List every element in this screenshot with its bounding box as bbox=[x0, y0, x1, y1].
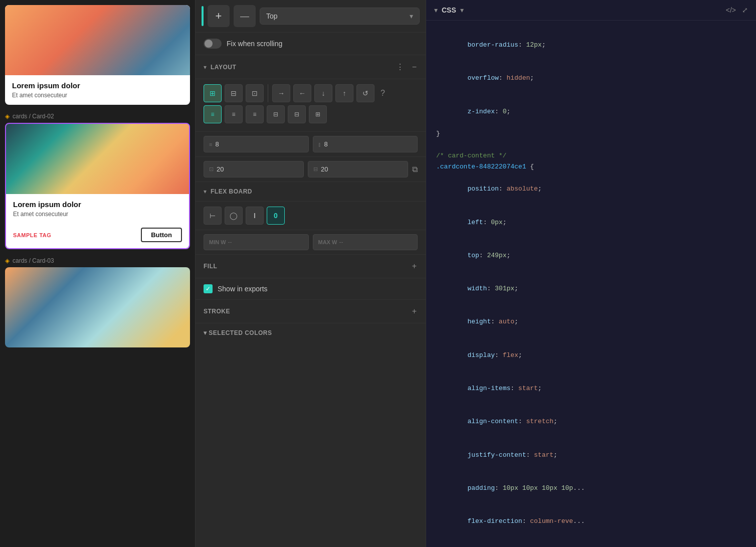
selected-colors-row: ▾ SELECTED COLORS bbox=[196, 323, 426, 342]
layout-collapse-icon[interactable]: ▾ bbox=[204, 64, 207, 71]
fill-label: FILL bbox=[204, 263, 217, 270]
card-03-image bbox=[5, 267, 190, 347]
middle-panel: + — Top ▾ Fix when scrolling ▾ LAYOUT ⋮ … bbox=[196, 0, 426, 547]
card-02-item[interactable]: Lorem ipsum dolor Et amet consecuteur SA… bbox=[5, 123, 190, 249]
code-line: align-content: stretch; bbox=[436, 405, 746, 438]
col-gap-icon: ⫿ bbox=[318, 141, 321, 147]
flex-icon-3[interactable]: I bbox=[246, 207, 264, 225]
wrap-btn-1[interactable]: ≡ bbox=[204, 105, 222, 123]
layout-more-icon[interactable]: ⋮ bbox=[395, 61, 405, 73]
css-code-view-icon[interactable]: </> bbox=[726, 6, 736, 14]
component-icon-2: ◈ bbox=[5, 257, 10, 264]
add-button[interactable]: + bbox=[208, 5, 230, 27]
code-line: display: flex; bbox=[436, 339, 746, 372]
row-gap-input[interactable]: ≡ 8 bbox=[204, 136, 309, 152]
flex-board-section-header: ▾ FLEX BOARD bbox=[196, 182, 426, 202]
min-w-value: -- bbox=[228, 239, 232, 246]
direction-up[interactable]: ↑ bbox=[335, 84, 353, 102]
align-btn-top-left[interactable]: ⊞ bbox=[204, 84, 222, 102]
css-dropdown-icon[interactable]: ▾ bbox=[460, 6, 464, 14]
flex-icon-1[interactable]: ⊢ bbox=[204, 207, 222, 225]
min-w-input[interactable]: MIN W -- bbox=[204, 234, 309, 250]
direction-rotate[interactable]: ↺ bbox=[356, 84, 374, 102]
add-stroke-icon[interactable]: + bbox=[411, 306, 418, 317]
position-chevron-icon: ▾ bbox=[410, 12, 413, 20]
direction-right[interactable]: → bbox=[272, 84, 290, 102]
align-btn-top-right[interactable]: ⊡ bbox=[246, 84, 264, 102]
code-line: align-items: start; bbox=[436, 372, 746, 405]
show-exports-label: Show in exports bbox=[218, 285, 268, 293]
align-grid: ⊞ ⊟ ⊡ → ← ↓ ↑ ↺ ? ≡ ≡ ≡ ⊟ ⊟ ⊞ bbox=[196, 79, 426, 132]
card-02-label-row: ◈ cards / Card-02 bbox=[5, 113, 190, 120]
show-exports-row: ✓ Show in exports bbox=[196, 278, 426, 300]
max-w-input[interactable]: MAX W -- bbox=[313, 234, 418, 250]
wrap-btn-6[interactable]: ⊞ bbox=[309, 105, 327, 123]
css-expand-icon[interactable]: ⤢ bbox=[742, 6, 748, 14]
layout-section-header: ▾ LAYOUT ⋮ − bbox=[196, 55, 426, 79]
min-max-row: MIN W -- MAX W -- bbox=[196, 230, 426, 255]
card-03-item[interactable] bbox=[5, 267, 190, 347]
minus-button[interactable]: — bbox=[234, 5, 256, 27]
position-select-label: Top bbox=[266, 12, 278, 20]
flex-num-btn[interactable]: 0 bbox=[267, 207, 285, 225]
code-line: } bbox=[436, 128, 746, 139]
fix-scrolling-label: Fix when scrolling bbox=[227, 40, 282, 48]
card-01-subtitle: Et amet consecuteur bbox=[12, 92, 183, 99]
code-selector: .cardconte-848222074ce1 { bbox=[436, 161, 746, 172]
card-01-item[interactable]: Lorem ipsum dolor Et amet consecuteur bbox=[5, 5, 190, 105]
add-fill-icon[interactable]: + bbox=[411, 261, 418, 272]
max-w-value: -- bbox=[339, 239, 343, 246]
code-line: z-index: 0; bbox=[436, 95, 746, 128]
card-button[interactable]: Button bbox=[141, 228, 182, 242]
padding-value-2: 20 bbox=[321, 165, 328, 173]
code-line: left: 0px; bbox=[436, 206, 746, 239]
code-line: flex-wrap: nowrap; bbox=[436, 538, 746, 547]
card-02-label-text: cards / Card-02 bbox=[13, 113, 54, 120]
fix-scrolling-row: Fix when scrolling bbox=[196, 33, 426, 55]
css-header: ▾ CSS ▾ </> ⤢ bbox=[426, 0, 756, 21]
code-blank bbox=[436, 139, 746, 150]
row-gap-value: 8 bbox=[215, 140, 219, 148]
direction-down[interactable]: ↓ bbox=[314, 84, 332, 102]
direction-left[interactable]: ← bbox=[293, 84, 311, 102]
left-panel: Lorem ipsum dolor Et amet consecuteur ◈ … bbox=[0, 0, 196, 547]
card-03-label-text: cards / Card-03 bbox=[13, 257, 54, 264]
stroke-row: STROKE + bbox=[196, 300, 426, 323]
padding-input-2[interactable]: ⊟ 20 bbox=[308, 161, 408, 177]
css-panel-title: CSS bbox=[442, 6, 456, 14]
code-line: width: 301px; bbox=[436, 272, 746, 305]
teal-bar bbox=[202, 6, 204, 26]
wrap-btn-2[interactable]: ≡ bbox=[225, 105, 243, 123]
flex-board-collapse-icon[interactable]: ▾ bbox=[204, 188, 207, 195]
css-panel-chevron-icon[interactable]: ▾ bbox=[434, 6, 438, 14]
wrap-btn-4[interactable]: ⊟ bbox=[267, 105, 285, 123]
layout-help-icon[interactable]: ? bbox=[380, 88, 386, 99]
layout-header-left: ▾ LAYOUT bbox=[204, 64, 236, 71]
sample-tag: SAMPLE TAG bbox=[13, 232, 51, 238]
code-line: border-radius: 12px; bbox=[436, 29, 746, 62]
copy-padding-icon[interactable]: ⧉ bbox=[412, 165, 418, 174]
card-02-title: Lorem ipsum dolor bbox=[13, 200, 182, 209]
wrap-btn-5[interactable]: ⊟ bbox=[288, 105, 306, 123]
show-exports-checkbox[interactable]: ✓ bbox=[204, 284, 213, 293]
layout-remove-icon[interactable]: − bbox=[411, 62, 418, 73]
code-comment: /* card-content */ bbox=[436, 150, 746, 161]
fix-scrolling-toggle[interactable] bbox=[204, 39, 222, 49]
padding-input-1[interactable]: ⊡ 20 bbox=[204, 161, 304, 177]
flex-board-title: FLEX BOARD bbox=[211, 188, 252, 195]
card-02-image bbox=[6, 124, 189, 194]
row-gap-icon: ≡ bbox=[209, 141, 212, 147]
position-select[interactable]: Top ▾ bbox=[260, 8, 420, 25]
flex-icon-2[interactable]: ◯ bbox=[225, 207, 243, 225]
wrap-btn-3[interactable]: ≡ bbox=[246, 105, 264, 123]
code-line: padding: 10px 10px 10px 10p... bbox=[436, 472, 746, 505]
code-line: justify-content: start; bbox=[436, 438, 746, 471]
align-row-2: ≡ ≡ ≡ ⊟ ⊟ ⊞ bbox=[204, 105, 418, 123]
align-btn-top-center[interactable]: ⊟ bbox=[225, 84, 243, 102]
col-gap-input[interactable]: ⫿ 8 bbox=[313, 136, 418, 152]
fill-row: FILL + bbox=[196, 255, 426, 278]
align-row-1: ⊞ ⊟ ⊡ → ← ↓ ↑ ↺ ? bbox=[204, 84, 418, 102]
code-line: flex-direction: column-reve... bbox=[436, 505, 746, 538]
gap-row: ≡ 8 ⫿ 8 bbox=[196, 132, 426, 157]
code-view: border-radius: 12px; overflow: hidden; z… bbox=[426, 21, 756, 547]
